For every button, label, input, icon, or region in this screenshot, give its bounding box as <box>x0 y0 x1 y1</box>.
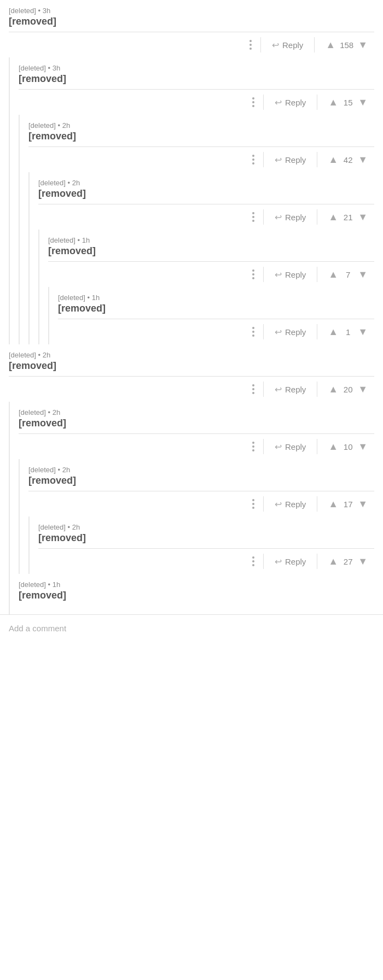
comment-meta: [deleted] • 2h <box>38 523 374 531</box>
comment-body: [removed] <box>48 245 374 257</box>
comment-actions: ↩ Reply ▲ 10 ▼ <box>19 433 374 459</box>
comment-meta: [deleted] • 1h <box>48 236 374 244</box>
comment-body: [removed] <box>19 418 374 429</box>
vote-section: ▲ 7 ▼ <box>320 267 374 283</box>
reply-button[interactable]: ↩ Reply <box>263 38 312 52</box>
divider <box>317 439 317 454</box>
upvote-button[interactable]: ▲ <box>328 97 338 108</box>
vote-section: ▲ 27 ▼ <box>320 554 374 570</box>
comment-body: [removed] <box>38 188 374 199</box>
upvote-button[interactable]: ▲ <box>328 326 338 338</box>
upvote-button[interactable]: ▲ <box>328 269 338 280</box>
upvote-button[interactable]: ▲ <box>326 39 335 51</box>
divider <box>263 382 264 397</box>
vote-count: 10 <box>343 442 353 451</box>
upvote-button[interactable]: ▲ <box>328 212 338 223</box>
reply-button[interactable]: ↩ Reply <box>266 267 315 282</box>
reply-icon: ↩ <box>275 327 282 337</box>
divider <box>263 496 264 512</box>
divider <box>317 496 317 512</box>
comment-item: [deleted] • 3h [removed] ↩ Reply ▲ 158 ▼ <box>0 0 383 57</box>
downvote-button[interactable]: ▼ <box>358 384 368 395</box>
downvote-button[interactable]: ▼ <box>358 498 368 510</box>
downvote-button[interactable]: ▼ <box>358 97 368 108</box>
downvote-button[interactable]: ▼ <box>358 269 368 280</box>
vote-count: 7 <box>343 270 353 279</box>
comment-meta: [deleted] • 3h <box>9 7 374 15</box>
reply-label: Reply <box>285 155 306 165</box>
divider <box>317 324 317 339</box>
comment-actions: ↩ Reply ▲ 27 ▼ <box>38 548 374 574</box>
more-options-button[interactable] <box>246 381 261 397</box>
more-options-button[interactable] <box>246 496 261 512</box>
divider <box>317 95 317 110</box>
divider <box>263 209 264 225</box>
vote-section: ▲ 17 ▼ <box>320 496 374 512</box>
upvote-button[interactable]: ▲ <box>328 556 338 567</box>
upvote-button[interactable]: ▲ <box>328 498 338 510</box>
comment-meta: [deleted] • 3h <box>19 64 374 72</box>
reply-button[interactable]: ↩ Reply <box>266 95 315 110</box>
reply-button[interactable]: ↩ Reply <box>266 152 315 167</box>
more-options-button[interactable] <box>243 37 258 53</box>
comment-item: [deleted] • 2h [removed] ↩ Reply ▲ 17 <box>20 459 383 517</box>
reply-label: Reply <box>285 270 306 279</box>
reply-label: Reply <box>285 327 306 337</box>
comment-item: [deleted] • 2h [removed] ↩ Reply ▲ 42 <box>20 115 383 172</box>
divider <box>260 37 261 52</box>
reply-button[interactable]: ↩ Reply <box>266 497 315 512</box>
more-options-button[interactable] <box>246 209 261 225</box>
reply-label: Reply <box>285 557 306 566</box>
indent-wrapper: [deleted] • 2h [removed] ↩ Reply ▲ 42 <box>19 115 383 344</box>
comment-meta: [deleted] • 1h <box>58 294 374 302</box>
indent-wrapper: [deleted] • 2h [removed] ↩ Reply <box>28 172 383 344</box>
upvote-button[interactable]: ▲ <box>328 154 338 166</box>
more-options-button[interactable] <box>246 553 261 570</box>
comment-meta: [deleted] • 2h <box>9 351 374 359</box>
more-options-button[interactable] <box>246 151 261 168</box>
vote-section: ▲ 20 ▼ <box>320 382 374 397</box>
comment-item: [deleted] • 2h [removed] ↩ Reply ▲ 10 ▼ <box>10 402 383 459</box>
downvote-button[interactable]: ▼ <box>358 212 368 223</box>
upvote-button[interactable]: ▲ <box>328 384 338 395</box>
downvote-button[interactable]: ▼ <box>358 441 368 453</box>
downvote-button[interactable]: ▼ <box>358 39 368 51</box>
more-options-button[interactable] <box>246 94 261 110</box>
downvote-button[interactable]: ▼ <box>358 326 368 338</box>
indent-wrapper: [deleted] • 2h [removed] ↩ Reply ▲ 10 ▼ <box>9 402 383 574</box>
more-options-button[interactable] <box>246 324 261 340</box>
reply-label: Reply <box>285 500 306 509</box>
reply-button[interactable]: ↩ Reply <box>266 325 315 339</box>
reply-icon: ↩ <box>275 384 282 395</box>
downvote-button[interactable]: ▼ <box>358 556 368 567</box>
vote-count: 20 <box>343 385 353 394</box>
reply-label: Reply <box>285 98 306 107</box>
vote-count: 27 <box>343 557 353 566</box>
comment-meta: [deleted] • 2h <box>28 466 374 474</box>
downvote-button[interactable]: ▼ <box>358 154 368 166</box>
reply-button[interactable]: ↩ Reply <box>266 554 315 569</box>
more-options-button[interactable] <box>246 266 261 283</box>
divider <box>263 95 264 110</box>
comment-body: [removed] <box>28 131 374 142</box>
reply-icon: ↩ <box>272 40 279 50</box>
comment-actions: ↩ Reply ▲ 17 ▼ <box>28 491 374 517</box>
reply-button[interactable]: ↩ Reply <box>266 439 315 454</box>
upvote-button[interactable]: ▲ <box>328 441 338 453</box>
reply-icon: ↩ <box>275 269 282 280</box>
divider <box>263 439 264 454</box>
add-comment-bar[interactable]: Add a comment <box>0 614 383 642</box>
reply-icon: ↩ <box>275 499 282 509</box>
reply-label: Reply <box>285 442 306 451</box>
vote-section: ▲ 10 ▼ <box>320 439 374 455</box>
vote-count: 17 <box>343 500 353 509</box>
more-options-button[interactable] <box>246 438 261 455</box>
vote-section: ▲ 15 ▼ <box>320 95 374 110</box>
reply-button[interactable]: ↩ Reply <box>266 210 315 225</box>
divider <box>317 382 317 397</box>
comment-actions: ↩ Reply ▲ 20 ▼ <box>9 376 374 402</box>
vote-count: 158 <box>340 40 353 50</box>
reply-button[interactable]: ↩ Reply <box>266 382 315 397</box>
indent-wrapper: [deleted] • 1h [removed] ↩ Reply <box>48 287 383 344</box>
vote-section: ▲ 1 ▼ <box>320 324 374 340</box>
